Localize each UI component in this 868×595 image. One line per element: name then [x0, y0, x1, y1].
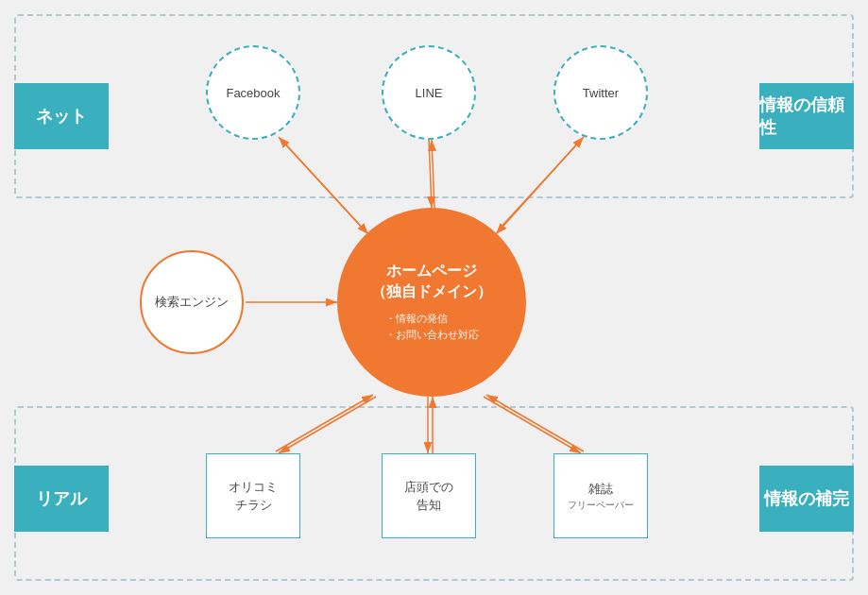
search-engine-circle: 検索エンジン — [140, 250, 244, 354]
line-circle: LINE — [382, 45, 476, 140]
main-circle-title: ホームページ （独自ドメイン） — [371, 261, 492, 303]
reliability-label: 情報の信頼性 — [759, 83, 854, 149]
zasshi-box: 雑誌 フリーペーパー — [553, 453, 648, 538]
main-circle: ホームページ （独自ドメイン） ・情報の発信 ・お問い合わせ対応 — [337, 208, 526, 397]
tento-box: 店頭での告知 — [382, 453, 476, 538]
real-label: リアル — [14, 466, 109, 532]
net-label: ネット — [14, 83, 109, 149]
twitter-circle: Twitter — [553, 45, 648, 140]
diagram-container: ネット 情報の信頼性 リアル 情報の補完 Facebook LINE Twitt… — [0, 0, 868, 595]
supplement-label: 情報の補完 — [759, 466, 854, 532]
main-circle-desc: ・情報の発信 ・お問い合わせ対応 — [385, 311, 479, 344]
facebook-circle: Facebook — [206, 45, 300, 140]
chirashi-box: オリコミチラシ — [206, 453, 300, 538]
